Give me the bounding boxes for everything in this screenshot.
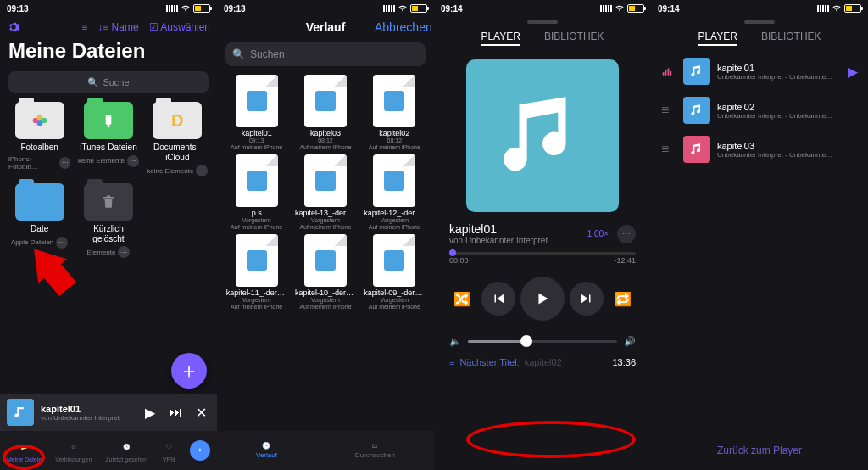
cancel-button[interactable]: Abbrechen	[375, 20, 426, 34]
file-item[interactable]: kapitel0208:12Auf meinem iPhone	[362, 75, 427, 151]
next-label: Nächster Titel:	[459, 357, 519, 367]
album-cover	[466, 59, 619, 212]
signal-icon	[600, 5, 612, 12]
file-item[interactable]: kapitel0308:12Auf meinem iPhone	[292, 75, 358, 151]
battery-icon	[627, 4, 644, 13]
queue-icon[interactable]: ≡	[449, 357, 454, 367]
more-icon[interactable]: ⋯	[617, 225, 636, 243]
next-button[interactable]	[570, 282, 604, 316]
page-title: Meine Dateien	[0, 39, 217, 68]
search-bar[interactable]: 🔍Suchen	[225, 42, 426, 66]
tab-connections[interactable]: ⊘Verbindungen	[55, 439, 92, 462]
repeat-icon[interactable]: 🔁	[609, 285, 637, 312]
panel-player: 09:14 PLAYER BIBLIOTHEK kapitel01 von Un…	[434, 0, 651, 470]
clock: 09:14	[441, 4, 463, 14]
file-item[interactable]: kapitel-09_-der-s…nfangVorgesternAuf mei…	[362, 234, 427, 311]
tab-files[interactable]: 📁Meine Dateie	[7, 439, 42, 462]
svg-rect-8	[668, 69, 670, 76]
panel-history: 09:13 Verlauf Abbrechen 🔍Suchen kapitel0…	[217, 0, 434, 470]
tile-itunes[interactable]: iTunes-Dateien keine Elemente⋯	[77, 102, 139, 176]
back-to-player[interactable]: Zurück zum Player	[651, 445, 868, 456]
signal-icon	[383, 5, 395, 12]
tile-documents-icloud[interactable]: D Documents - iCloud keine Elemente⋯	[147, 102, 209, 176]
file-item[interactable]: kapitel-11_-der-s…nfangVorgesternAuf mei…	[224, 234, 289, 311]
drag-handle-icon[interactable]: ≡	[661, 142, 676, 157]
tile-fotoalben[interactable]: Fotoalben iPhone-Fotobib…⋯	[8, 102, 70, 176]
time-remaining: -12:41	[614, 256, 636, 265]
sort-button[interactable]: ↓≡ Name	[97, 21, 138, 33]
more-icon[interactable]: ⋯	[56, 237, 68, 249]
progress-slider[interactable]	[449, 252, 636, 255]
more-icon[interactable]: ⋯	[59, 157, 70, 169]
tab-bar: 📁Meine Dateie ⊘Verbindungen 🕓Zuletzt ges…	[0, 431, 217, 470]
clock: 09:13	[224, 4, 246, 14]
signal-icon	[817, 5, 829, 12]
battery-icon	[844, 4, 861, 13]
tab-vpn[interactable]: 🛡VPN	[161, 439, 176, 462]
file-item[interactable]: kapitel-12_-der-s…nfangVorgesternAuf mei…	[362, 154, 427, 231]
speed-button[interactable]: 1.00×	[587, 229, 609, 238]
battery-icon	[193, 4, 210, 13]
status-bar: 09:13	[217, 0, 434, 15]
svg-rect-7	[665, 70, 667, 76]
file-item[interactable]: kapitel-10_-der-s…nfangVorgesternAuf mei…	[292, 234, 358, 311]
search-bar[interactable]: 🔍Suche	[8, 71, 209, 93]
clock: 09:14	[658, 4, 680, 14]
tab-compass[interactable]: ✦	[190, 440, 210, 461]
shuffle-icon[interactable]: 🔀	[448, 285, 476, 312]
tab-browse[interactable]: 🗂Durchsuchen	[355, 442, 395, 459]
list-icon[interactable]: ≡	[81, 21, 87, 33]
playing-icon: ▶	[848, 64, 858, 80]
svg-rect-6	[663, 72, 665, 76]
select-button[interactable]: ☑ Auswählen	[149, 21, 210, 33]
play-button[interactable]	[520, 277, 565, 321]
add-button[interactable]: ＋	[171, 353, 207, 389]
seg-library[interactable]: BIBLIOTHEK	[544, 31, 604, 42]
mini-player[interactable]: kapitel01von Unbekannter Interpret ▶ ⏭ ✕	[0, 394, 217, 431]
track-art-icon	[683, 136, 710, 163]
panel-queue: 09:14 PLAYER BIBLIOTHEK kapitel01Unbekan…	[651, 0, 868, 470]
prev-button[interactable]	[481, 282, 515, 316]
time-current: 00:00	[449, 256, 469, 265]
file-item[interactable]: p.sVorgesternAuf meinem iPhone	[224, 154, 289, 231]
queue-row[interactable]: ≡kapitel02Unbekannter Interpret - Unbeka…	[658, 93, 861, 127]
battery-icon	[410, 4, 427, 13]
svg-rect-9	[670, 71, 672, 76]
status-bar: 09:14	[651, 0, 868, 15]
album-art-icon	[7, 399, 34, 426]
file-item[interactable]: kapitel0109:13Auf meinem iPhone	[224, 75, 289, 151]
queue-row[interactable]: ≡kapitel03Unbekannter Interpret - Unbeka…	[658, 132, 861, 166]
drag-handle-icon[interactable]: ≡	[661, 103, 676, 118]
more-icon[interactable]: ⋯	[118, 246, 130, 258]
end-clock: 13:36	[612, 357, 636, 367]
annotation-oval	[466, 421, 636, 458]
play-icon[interactable]: ▶	[141, 405, 159, 421]
wifi-icon	[832, 4, 842, 13]
more-icon[interactable]: ⋯	[196, 165, 208, 176]
tab-history[interactable]: 🕓Verlauf	[256, 442, 277, 459]
seg-player[interactable]: PLAYER	[481, 31, 520, 42]
search-icon: 🔍	[87, 77, 99, 88]
svg-point-5	[107, 125, 109, 127]
settings-icon[interactable]	[7, 20, 20, 34]
seg-player[interactable]: PLAYER	[698, 31, 737, 42]
more-icon[interactable]: ⋯	[127, 155, 139, 167]
signal-icon	[166, 5, 178, 12]
drag-handle-icon[interactable]	[661, 65, 676, 77]
tile-recently-deleted[interactable]: Kürzlich gelöscht Elemente⋯	[77, 183, 139, 258]
file-item[interactable]: kapitel-13_-der-s…nfangVorgesternAuf mei…	[292, 154, 358, 231]
track-artist: von Unbekannter Interpret	[449, 236, 548, 245]
volume-slider[interactable]	[468, 340, 617, 343]
next-icon[interactable]: ⏭	[166, 405, 185, 420]
volume-high-icon: 🔊	[624, 336, 636, 347]
panel-files: 09:13 ≡ ↓≡ Name ☑ Auswählen Meine Dateie…	[0, 0, 217, 470]
seg-library[interactable]: BIBLIOTHEK	[761, 31, 821, 42]
track-title: kapitel01	[449, 222, 548, 236]
close-icon[interactable]: ✕	[192, 405, 210, 421]
tab-recent[interactable]: 🕓Zuletzt gesehen	[105, 439, 147, 462]
svg-rect-4	[106, 115, 112, 125]
queue-row[interactable]: kapitel01Unbekannter Interpret - Unbekan…	[658, 54, 861, 88]
next-track: kapitel02	[525, 357, 562, 367]
track-art-icon	[683, 97, 710, 124]
search-icon: 🔍	[232, 48, 245, 60]
